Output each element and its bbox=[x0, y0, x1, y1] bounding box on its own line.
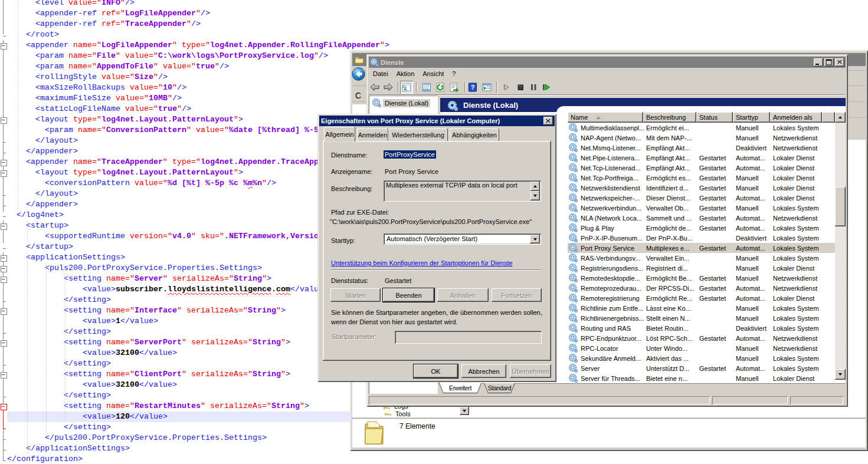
service-row[interactable]: Plug & PlayErmöglicht de...GestartetAuto… bbox=[568, 223, 835, 233]
menu-item-help[interactable]: ? bbox=[448, 69, 460, 78]
code-line[interactable]: <level value="INFO"/> bbox=[7, 0, 484, 8]
combo-dropdown-button[interactable] bbox=[460, 407, 469, 415]
pause-service-icon[interactable] bbox=[529, 83, 538, 92]
service-row[interactable]: Sekundäre Anmeld...Aktiviert das ...Manu… bbox=[568, 353, 835, 363]
fold-collapse-box[interactable] bbox=[1, 372, 7, 379]
ok-button[interactable]: OK bbox=[414, 364, 458, 378]
file-item-label[interactable]: Tools bbox=[395, 410, 411, 417]
code-line[interactable]: <appender-ref ref="TraceAppender"/> bbox=[7, 19, 484, 29]
fold-collapse-box[interactable] bbox=[1, 117, 7, 124]
combo-dropdown-button[interactable] bbox=[530, 235, 540, 243]
taskpad-icon[interactable] bbox=[482, 83, 492, 92]
service-row[interactable]: Port Proxy ServiceMultiplexes e...Gestar… bbox=[568, 243, 835, 253]
back-button[interactable] bbox=[352, 67, 367, 83]
close-icon[interactable] bbox=[543, 117, 553, 125]
column-header-starttyp[interactable]: Starttyp bbox=[733, 112, 770, 123]
help-icon[interactable]: ? bbox=[468, 83, 477, 92]
scrollbar-track[interactable] bbox=[835, 123, 846, 369]
view-tab-erweitert[interactable]: Erweitert bbox=[439, 383, 482, 393]
view-tab-standard[interactable]: Standard bbox=[484, 383, 515, 393]
fold-collapse-box[interactable] bbox=[1, 223, 7, 230]
service-row[interactable]: Net.Tcp-Listenerad...Empfängt Akt...Gest… bbox=[568, 163, 835, 173]
close-button[interactable] bbox=[835, 58, 844, 67]
restart-service-icon[interactable] bbox=[541, 83, 551, 92]
fold-collapse-box[interactable] bbox=[1, 277, 7, 283]
service-row[interactable]: Net.Msmq-Listener...Empfängt Akt...Deakt… bbox=[568, 143, 835, 153]
scroll-up-button[interactable] bbox=[530, 182, 540, 191]
service-row[interactable]: Multimediaklassenpl...Ermöglicht ei...Ma… bbox=[568, 123, 835, 133]
start-parameters-input[interactable] bbox=[395, 331, 542, 344]
show-console-tree-icon[interactable] bbox=[400, 81, 413, 94]
fold-collapse-box[interactable] bbox=[1, 255, 7, 262]
stop-service-icon[interactable] bbox=[516, 83, 525, 92]
pause-button[interactable]: Anhalten bbox=[437, 288, 489, 302]
menu-item-ansicht[interactable]: Ansicht bbox=[418, 69, 448, 78]
fold-collapse-box[interactable] bbox=[1, 170, 7, 177]
menu-item-aktion[interactable]: Aktion bbox=[392, 69, 419, 78]
dialog-tab-allgemein[interactable]: Allgemein bbox=[324, 127, 355, 141]
dialog-tab-abhängigkeiten[interactable]: Abhängigkeiten bbox=[450, 129, 499, 141]
properties-icon[interactable] bbox=[422, 83, 431, 92]
scroll-down-button[interactable] bbox=[530, 191, 540, 200]
service-row[interactable]: RPC-LocatorUnter Windo...ManuellNetzwerk… bbox=[568, 343, 835, 353]
services-title-bar[interactable]: Dienste bbox=[369, 57, 846, 68]
service-row[interactable]: NLA (Network Loca...Sammelt und ...Gesta… bbox=[568, 213, 835, 223]
service-row[interactable]: Richtlinienergebniss...Stellt einen N...… bbox=[568, 313, 835, 323]
service-row[interactable]: Routing und RASBietet Routin...Deaktivie… bbox=[568, 323, 835, 333]
column-header-beschreibung[interactable]: Beschreibung bbox=[643, 112, 696, 123]
service-name-value[interactable]: PortProxyService bbox=[384, 150, 436, 159]
code-line[interactable]: <appender-ref ref="LogFileAppender"/> bbox=[7, 8, 484, 19]
apply-button[interactable]: Übernehmen bbox=[510, 364, 551, 378]
service-row[interactable]: Net.Tcp-Portfreiga...Ermöglicht es...Ges… bbox=[568, 173, 835, 183]
service-row[interactable]: NAP-Agent (Netwo...Mit dem NAP-...Manuel… bbox=[568, 133, 835, 143]
code-line[interactable]: </configuration> bbox=[7, 454, 484, 464]
service-row[interactable]: ServerUnterstützt D...GestartetAutomat..… bbox=[568, 363, 835, 373]
column-header-status[interactable]: Status bbox=[696, 112, 733, 123]
service-row[interactable]: PnP-X-IP-Busenum...Der PnP-X-Bu...Deakti… bbox=[568, 233, 835, 243]
dialog-tab-anmelden[interactable]: Anmelden bbox=[357, 129, 388, 141]
resume-button[interactable]: Fortsetzen bbox=[492, 288, 542, 302]
service-row[interactable]: Netzwerkspeicher-...Dieser Dienst...Gest… bbox=[568, 193, 835, 203]
code-line[interactable]: </root> bbox=[7, 29, 484, 40]
start-service-icon[interactable] bbox=[502, 83, 511, 92]
service-row[interactable]: RPC-Endpunktzuor...Löst RPC-Sch...Gestar… bbox=[568, 333, 835, 343]
service-row[interactable]: Server für Threads...Bietet eine n...Man… bbox=[568, 373, 835, 383]
service-row[interactable]: Netzwerkverbindun...Verwaltet Ob...Gesta… bbox=[568, 203, 835, 213]
fold-collapse-box[interactable] bbox=[1, 160, 7, 166]
service-row[interactable]: Remoteprozedurau...Der RPCSS-Di...Gestar… bbox=[568, 283, 835, 293]
description-box[interactable]: Multiplexes external TCP/IP data on loca… bbox=[384, 180, 541, 202]
service-row[interactable]: Remotedesktopdie...Ermöglicht Be...Gesta… bbox=[568, 273, 835, 283]
editor-fold-margin[interactable] bbox=[0, 0, 7, 464]
address-bar-text[interactable]: C bbox=[355, 91, 361, 100]
cancel-button[interactable]: Abbrechen bbox=[461, 364, 506, 378]
fold-collapse-box-active[interactable] bbox=[1, 404, 7, 410]
export-list-icon[interactable] bbox=[449, 83, 458, 92]
stop-button[interactable]: Beenden bbox=[383, 288, 434, 302]
service-row[interactable]: RAS-Verbindungsv...Verwaltet Ein...Manue… bbox=[568, 253, 835, 263]
scroll-down-button[interactable] bbox=[835, 369, 846, 380]
maximize-button[interactable] bbox=[824, 58, 834, 67]
service-row[interactable]: NetzwerklistendienstIdentifiziert d...Ge… bbox=[568, 183, 835, 193]
fold-collapse-box[interactable] bbox=[1, 340, 7, 347]
code-line[interactable]: <appender name="LogFileAppender" type="l… bbox=[7, 40, 484, 51]
fold-collapse-box[interactable] bbox=[1, 308, 7, 315]
fold-collapse-box[interactable] bbox=[1, 266, 7, 272]
fold-collapse-box[interactable] bbox=[1, 43, 7, 50]
service-row[interactable]: Net.Pipe-Listenera...Empfängt Akt...Gest… bbox=[568, 153, 835, 163]
minimize-button[interactable] bbox=[814, 58, 823, 67]
refresh-icon[interactable] bbox=[435, 83, 445, 92]
startup-type-combobox[interactable]: Automatisch (Verzögerter Start) bbox=[384, 233, 541, 245]
scrollbar-thumb[interactable] bbox=[835, 187, 846, 226]
service-row[interactable]: RemoteregistrierungErmöglicht Re...Gesta… bbox=[568, 293, 835, 303]
tree-item-dienste-lokal[interactable]: Dienste (Lokal) bbox=[372, 98, 430, 107]
service-row[interactable]: Registrierungsdiens...Registriert di...M… bbox=[568, 263, 835, 273]
dialog-title-bar[interactable]: Eigenschaften von Port Proxy Service (Lo… bbox=[319, 116, 555, 126]
menu-item-datei[interactable]: Datei bbox=[369, 69, 392, 78]
startup-options-help-link[interactable]: Unterstützung beim Konfigurieren der Sta… bbox=[331, 259, 513, 266]
column-header-name[interactable]: Name bbox=[568, 112, 643, 123]
back-icon[interactable] bbox=[370, 83, 379, 92]
forward-icon[interactable] bbox=[384, 83, 393, 92]
start-button[interactable]: Starten bbox=[330, 288, 381, 302]
service-row[interactable]: Richtlinie zum Entfe...Lässt eine Ko...M… bbox=[568, 303, 835, 313]
column-header-anmelden-als[interactable]: Anmelden als bbox=[770, 112, 822, 123]
